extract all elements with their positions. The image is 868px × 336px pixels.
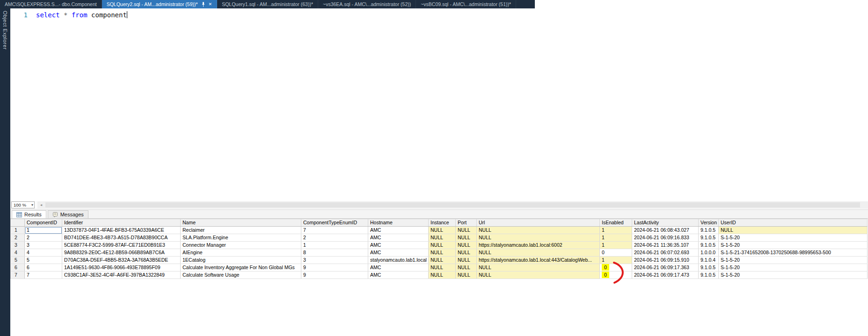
- grid-cell[interactable]: 5CE88774-F3C2-5999-87AF-CE71ED0B91E3: [62, 242, 181, 249]
- grid-cell[interactable]: 6: [25, 264, 62, 272]
- grid-cell[interactable]: 1ECatalog: [181, 257, 301, 264]
- grid-cell[interactable]: NULL: [429, 257, 456, 264]
- grid-cell[interactable]: 1: [600, 257, 632, 264]
- grid-cell[interactable]: 9A8B8329-2E0C-4E12-8B59-066B89AB7C6A: [62, 249, 181, 257]
- grid-cell[interactable]: AMC: [368, 242, 429, 249]
- grid-cell[interactable]: NULL: [429, 272, 456, 279]
- grid-cell[interactable]: NULL: [477, 272, 600, 279]
- grid-cell[interactable]: NULL: [456, 234, 477, 242]
- grid-cell[interactable]: stalyonamcauto.lab1.local: [368, 257, 429, 264]
- grid-cell[interactable]: NULL: [477, 264, 600, 272]
- grid-cell[interactable]: S-1-5-20: [719, 234, 868, 242]
- grid-cell[interactable]: C938C1AF-3E52-4C4F-A6FE-397BA1322849: [62, 272, 181, 279]
- column-header[interactable]: Identifier: [62, 219, 181, 227]
- grid-cell[interactable]: NULL: [456, 242, 477, 249]
- grid-cell[interactable]: 5: [25, 257, 62, 264]
- grid-cell[interactable]: Calculate Software Usage: [181, 272, 301, 279]
- grid-cell[interactable]: NULL: [456, 264, 477, 272]
- grid-cell[interactable]: 7: [25, 272, 62, 279]
- scroll-left-arrow-icon[interactable]: ◄: [37, 201, 45, 208]
- grid-cell[interactable]: 2024-06-21 11:36:35.107: [632, 242, 699, 249]
- grid-cell[interactable]: 9.1.0.4: [699, 257, 719, 264]
- grid-cell[interactable]: NULL: [429, 234, 456, 242]
- grid-cell[interactable]: Calculate Inventory Aggregate For Non Gl…: [181, 264, 301, 272]
- grid-cell[interactable]: 1.0.0.0: [699, 249, 719, 257]
- grid-cell[interactable]: 2024-06-21 06:09:17.473: [632, 272, 699, 279]
- grid-cell[interactable]: 0: [600, 272, 632, 279]
- grid-cell[interactable]: NULL: [456, 249, 477, 257]
- grid-cell[interactable]: 1: [25, 227, 62, 234]
- select-all-corner[interactable]: [11, 219, 25, 227]
- grid-cell[interactable]: NULL: [456, 227, 477, 234]
- grid-cell[interactable]: 9.1.0.5: [699, 272, 719, 279]
- document-tab[interactable]: SQLQuery1.sql - AM...administrator (63))…: [217, 0, 318, 8]
- grid-cell[interactable]: 3: [25, 242, 62, 249]
- row-number[interactable]: 3: [11, 242, 25, 249]
- grid-cell[interactable]: 0: [600, 249, 632, 257]
- pin-icon[interactable]: [201, 2, 205, 7]
- scrollbar-thumb[interactable]: [45, 202, 860, 207]
- grid-cell[interactable]: BD741DEE-4BE3-4B73-A515-D78A83B90CCA: [62, 234, 181, 242]
- grid-cell[interactable]: NULL: [429, 242, 456, 249]
- grid-cell[interactable]: NULL: [429, 249, 456, 257]
- grid-cell[interactable]: S-1-5-20: [719, 264, 868, 272]
- grid-cell[interactable]: 9: [301, 272, 368, 279]
- results-pane-tab-results[interactable]: Results: [12, 210, 46, 218]
- grid-cell[interactable]: 9.1.0.5: [699, 242, 719, 249]
- column-header[interactable]: ComponentTypeEnumID: [301, 219, 368, 227]
- grid-cell[interactable]: NULL: [429, 227, 456, 234]
- grid-cell[interactable]: 2024-06-21 06:08:43.027: [632, 227, 699, 234]
- grid-cell[interactable]: Connector Manager: [181, 242, 301, 249]
- grid-cell[interactable]: S-1-5-21-3741652008-1370250688-98995653-…: [719, 249, 868, 257]
- column-header[interactable]: Hostname: [368, 219, 429, 227]
- grid-cell[interactable]: D70AC38A-D5EF-4BB5-B32A-3A768A3B5EDE: [62, 257, 181, 264]
- grid-cell[interactable]: NULL: [456, 257, 477, 264]
- row-number[interactable]: 5: [11, 257, 25, 264]
- close-icon[interactable]: ✕: [209, 2, 212, 7]
- grid-cell[interactable]: 13D37873-04F1-4FAE-BFB3-675A0339A6CE: [62, 227, 181, 234]
- column-header[interactable]: ComponentID: [25, 219, 62, 227]
- grid-cell[interactable]: Reclaimer: [181, 227, 301, 234]
- grid-cell[interactable]: 2024-06-21 06:09:17.363: [632, 264, 699, 272]
- grid-cell[interactable]: 1: [301, 242, 368, 249]
- grid-cell[interactable]: 8: [301, 249, 368, 257]
- row-number[interactable]: 7: [11, 272, 25, 279]
- grid-cell[interactable]: 2024-06-21 06:07:02.693: [632, 249, 699, 257]
- grid-cell[interactable]: NULL: [477, 227, 600, 234]
- column-header[interactable]: IsEnabled: [600, 219, 632, 227]
- column-header[interactable]: UserID: [719, 219, 868, 227]
- grid-cell[interactable]: AMC: [368, 249, 429, 257]
- document-tab[interactable]: ~vs36EA.sql - AMC\...administrator (52)): [318, 0, 416, 8]
- grid-cell[interactable]: 9.1.0.5: [699, 234, 719, 242]
- grid-cell[interactable]: AMC: [368, 272, 429, 279]
- grid-cell[interactable]: 7: [301, 227, 368, 234]
- grid-cell[interactable]: 2024-06-21 06:09:16.833: [632, 234, 699, 242]
- grid-cell[interactable]: 2: [25, 234, 62, 242]
- grid-cell[interactable]: 2024-06-21 06:09:15.910: [632, 257, 699, 264]
- object-explorer-sidebar[interactable]: Object Explorer: [0, 8, 10, 336]
- row-number[interactable]: 1: [11, 227, 25, 234]
- document-tab[interactable]: AMC\SQLEXPRESS.S...- dbo.Component: [0, 0, 102, 8]
- grid-cell[interactable]: NULL: [429, 264, 456, 272]
- grid-cell[interactable]: S-1-5-20: [719, 242, 868, 249]
- horizontal-scrollbar[interactable]: ◄: [37, 201, 868, 208]
- query-editor[interactable]: 1 select * from component: [10, 8, 868, 201]
- grid-cell[interactable]: NULL: [719, 227, 868, 234]
- grid-cell[interactable]: 9.1.0.5: [699, 227, 719, 234]
- column-header[interactable]: Port: [456, 219, 477, 227]
- grid-cell[interactable]: https://stalyonamcauto.lab1.local:6002: [477, 242, 600, 249]
- grid-cell[interactable]: AIEngine: [181, 249, 301, 257]
- row-number[interactable]: 2: [11, 234, 25, 242]
- grid-cell[interactable]: S-1-5-20: [719, 257, 868, 264]
- grid-cell[interactable]: AMC: [368, 264, 429, 272]
- grid-cell[interactable]: 1: [600, 234, 632, 242]
- grid-cell[interactable]: AMC: [368, 227, 429, 234]
- grid-cell[interactable]: 4: [25, 249, 62, 257]
- column-header[interactable]: Version: [699, 219, 719, 227]
- grid-cell[interactable]: NULL: [456, 272, 477, 279]
- grid-cell[interactable]: 1: [600, 227, 632, 234]
- grid-cell[interactable]: 3: [301, 257, 368, 264]
- column-header[interactable]: Url: [477, 219, 600, 227]
- grid-cell[interactable]: 9.1.0.5: [699, 264, 719, 272]
- column-header[interactable]: LastActivity: [632, 219, 699, 227]
